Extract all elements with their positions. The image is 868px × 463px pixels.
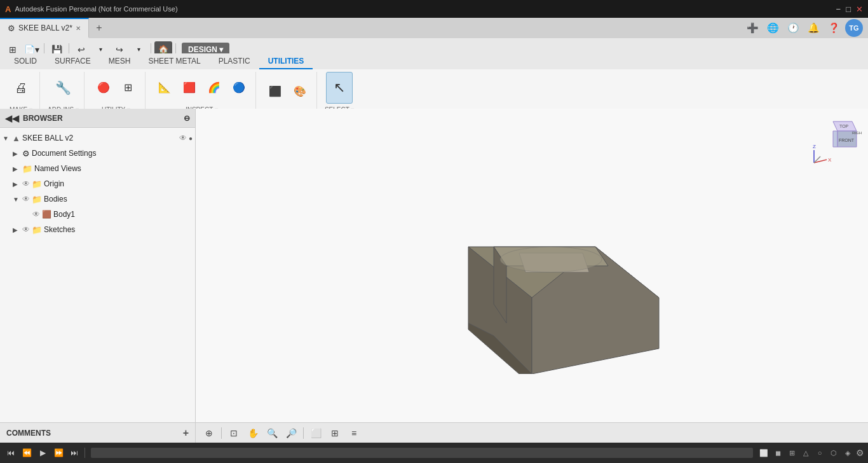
titlebar-controls[interactable]: − □ ✕: [836, 4, 863, 14]
anim-tool-1[interactable]: ⬜: [757, 446, 770, 459]
display-buttons: ⬛ 🎨: [264, 72, 311, 111]
svg-text:TOP: TOP: [839, 124, 849, 128]
browser-collapse-icon[interactable]: ◀◀: [5, 113, 19, 123]
anim-tool-3[interactable]: ⊞: [785, 446, 798, 459]
animation-timeline[interactable]: [91, 448, 753, 458]
tab-solid[interactable]: SOLID: [5, 53, 46, 69]
browser-header: ◀◀ BROWSER ⊖: [0, 109, 195, 128]
viewport-menu-button[interactable]: ≡: [346, 425, 362, 441]
tree-arrow-sketches[interactable]: ▶: [13, 226, 20, 233]
tab-mesh[interactable]: MESH: [100, 53, 140, 69]
interference-button[interactable]: 🟥: [178, 80, 201, 95]
tab-surface[interactable]: SURFACE: [46, 53, 100, 69]
pan-button[interactable]: ✋: [245, 425, 261, 441]
utility-icon-2: ⊞: [124, 81, 132, 93]
look-at-button[interactable]: ⊡: [226, 425, 242, 441]
tree-namedviews-label: Named Views: [34, 164, 193, 173]
anim-forward-button[interactable]: ⏩: [51, 446, 65, 460]
utility-icon-1: 🔴: [97, 81, 110, 93]
anim-tool-5[interactable]: ○: [813, 446, 826, 459]
ribbon-area: SOLID SURFACE MESH SHEET METAL PLASTIC U…: [0, 61, 868, 109]
curvature-button[interactable]: 🔵: [227, 80, 250, 95]
make-button[interactable]: 🖨: [8, 72, 34, 104]
tree-item-docsettings[interactable]: ▶ ⚙ Document Settings: [10, 146, 195, 161]
tree-namedviews-icon: 📁: [22, 164, 32, 174]
tab-plastic[interactable]: PLASTIC: [210, 53, 259, 69]
display-mode-button[interactable]: ⬜: [308, 425, 324, 441]
svg-marker-15: [833, 131, 837, 147]
user-avatar[interactable]: TG: [845, 19, 863, 37]
anim-tool-7[interactable]: ◈: [841, 446, 854, 459]
anim-step-forward-button[interactable]: ⏭: [67, 446, 81, 460]
measure-button[interactable]: 📐: [153, 80, 176, 95]
bt-sep-2: [303, 427, 304, 439]
view-cube[interactable]: Z X TOP FRONT RIGHT: [811, 115, 862, 166]
new-tab-button[interactable]: +: [89, 18, 109, 38]
close-button[interactable]: ✕: [856, 4, 863, 14]
browser-tree: ▼ ▲ SKEE BALL v2 👁 ● ▶ ⚙ Document Settin…: [0, 128, 195, 422]
tab-utilities[interactable]: UTILITIES: [259, 53, 313, 69]
browser-title: BROWSER: [23, 114, 63, 123]
tree-sketches-icon: 📁: [32, 225, 42, 235]
tab-sheet-metal[interactable]: SHEET METAL: [139, 53, 209, 69]
notification-icon[interactable]: 🔔: [804, 19, 822, 37]
network-icon[interactable]: 🌐: [764, 19, 782, 37]
tree-eye-bodies[interactable]: 👁: [22, 195, 30, 204]
tree-arrow-root[interactable]: ▼: [3, 135, 10, 142]
viewport[interactable]: Z X TOP FRONT RIGHT ⊕ ⊡ ✋ 🔍 🔎: [196, 109, 868, 443]
display-btn-1[interactable]: ⬛: [264, 84, 287, 99]
tree-eye-origin[interactable]: 👁: [22, 179, 30, 188]
tab-close-icon[interactable]: ✕: [76, 25, 81, 32]
add-icon[interactable]: ➕: [743, 19, 761, 37]
tree-arrow-bodies[interactable]: ▼: [13, 196, 20, 203]
tree-item-namedviews[interactable]: ▶ 📁 Named Views: [10, 161, 195, 176]
help-icon[interactable]: ❓: [825, 19, 843, 37]
tree-eye-body1[interactable]: 👁: [32, 210, 40, 219]
zebra-button[interactable]: 🌈: [203, 80, 226, 95]
tree-arrow-origin[interactable]: ▶: [13, 181, 20, 188]
zoom-out-button[interactable]: 🔎: [283, 425, 299, 441]
addins-button[interactable]: 🔧: [50, 72, 76, 104]
anim-tool-4[interactable]: △: [799, 446, 812, 459]
orbit-button[interactable]: ⊕: [201, 425, 217, 441]
tree-eye-sketches[interactable]: 👁: [22, 225, 30, 234]
ribbon-group-display: ⬛ 🎨: [261, 72, 317, 113]
tree-arrow-docsettings[interactable]: ▶: [13, 150, 20, 157]
tree-item-sketches[interactable]: ▶ 👁 📁 Sketches: [10, 222, 195, 237]
bt-sep-1: [221, 427, 222, 439]
anim-right-icons: ⬜ ◼ ⊞ △ ○ ⬡ ◈: [757, 446, 854, 459]
tree-item-origin[interactable]: ▶ 👁 📁 Origin: [10, 176, 195, 191]
tree-item-root[interactable]: ▼ ▲ SKEE BALL v2 👁 ●: [0, 130, 195, 146]
anim-step-back-button[interactable]: ⏮: [4, 446, 18, 460]
anim-play-button[interactable]: ▶: [36, 446, 50, 460]
zoom-fit-button[interactable]: 🔍: [264, 425, 280, 441]
minimize-button[interactable]: −: [836, 4, 841, 14]
select-button[interactable]: ↖: [326, 72, 353, 104]
display-icon-2: 🎨: [294, 85, 306, 97]
anim-tool-2[interactable]: ◼: [771, 446, 784, 459]
tree-item-bodies[interactable]: ▼ 👁 📁 Bodies: [10, 191, 195, 207]
browser-pin-icon[interactable]: ⊖: [184, 114, 190, 123]
addins-buttons: 🔧: [50, 72, 76, 104]
tree-eye-root[interactable]: 👁: [179, 134, 187, 142]
clock-icon[interactable]: 🕐: [784, 19, 802, 37]
anim-tool-6[interactable]: ⬡: [827, 446, 840, 459]
anim-settings-icon[interactable]: ⚙: [856, 448, 864, 458]
utility-btn-1[interactable]: 🔴: [92, 80, 115, 95]
tree-root-label: SKEE BALL v2: [22, 134, 177, 142]
svg-point-7: [500, 247, 602, 272]
comments-add-icon[interactable]: +: [183, 427, 189, 439]
utility-btn-2[interactable]: ⊞: [117, 80, 140, 95]
tree-arrow-namedviews[interactable]: ▶: [13, 165, 20, 172]
anim-rewind-button[interactable]: ⏪: [20, 446, 34, 460]
grid-button[interactable]: ⊞: [327, 425, 343, 441]
tree-item-body1[interactable]: 👁 🟫 Body1: [20, 207, 195, 222]
interference-icon: 🟥: [183, 81, 196, 93]
tree-bodies-icon: 📁: [32, 195, 42, 204]
display-btn-2[interactable]: 🎨: [288, 84, 311, 99]
measure-icon: 📐: [158, 81, 171, 93]
maximize-button[interactable]: □: [846, 4, 851, 14]
tab-skee-ball[interactable]: ⚙ SKEE BALL v2* ✕: [0, 18, 89, 38]
design-label: DESIGN ▾: [188, 45, 223, 54]
ribbon-tabs: SOLID SURFACE MESH SHEET METAL PLASTIC U…: [0, 53, 868, 69]
